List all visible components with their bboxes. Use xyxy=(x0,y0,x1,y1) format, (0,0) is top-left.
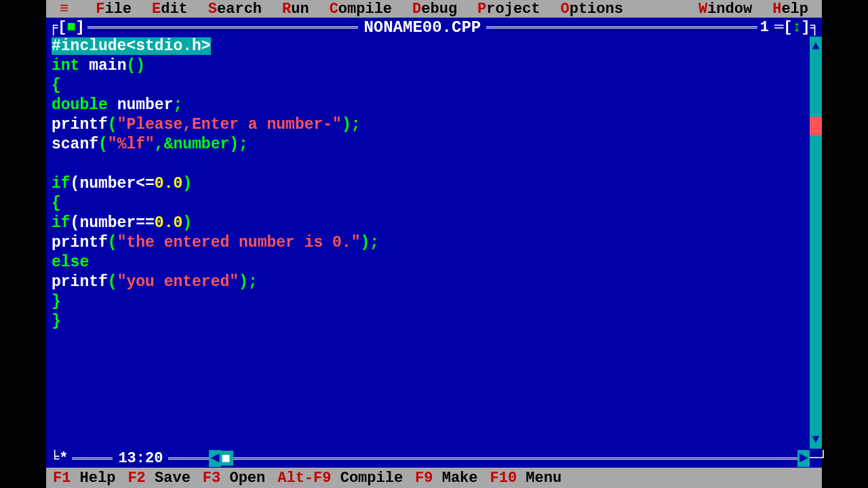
menubar: ≡ File Edit Search Run Compile Debug Pro… xyxy=(46,0,822,18)
status-save[interactable]: F2 Save xyxy=(127,470,190,487)
vertical-scrollbar[interactable]: ▲ ▼ xyxy=(810,37,822,449)
hscroll-right-icon[interactable]: ► xyxy=(797,450,810,467)
hscroll-thumb[interactable]: ■ xyxy=(221,451,233,466)
status-make[interactable]: F9 Make xyxy=(415,470,477,487)
scroll-up-icon[interactable]: ▲ xyxy=(810,37,822,56)
hscroll-left-icon[interactable]: ◄ xyxy=(209,450,221,467)
zoom-box-icon[interactable]: ═[↕]╕ xyxy=(772,19,822,36)
system-menu-icon[interactable]: ≡ xyxy=(60,1,68,18)
statusbar: F1 Help F2 Save F3 Open Alt-F9 Compile F… xyxy=(46,468,822,488)
editor-window: ╒[■] NONAME00.CPP 1 ═[↕]╕ #include<stdio… xyxy=(46,18,822,468)
menu-project[interactable]: Project xyxy=(477,1,540,18)
menu-debug[interactable]: Debug xyxy=(412,1,457,18)
status-menu[interactable]: F10 Menu xyxy=(490,470,562,487)
status-open[interactable]: F3 Open xyxy=(203,470,265,487)
window-titlebar: ╒[■] NONAME00.CPP 1 ═[↕]╕ xyxy=(46,18,822,37)
menu-edit[interactable]: Edit xyxy=(152,1,188,18)
menu-search[interactable]: Search xyxy=(208,1,262,18)
status-help[interactable]: F1 Help xyxy=(53,470,115,487)
menu-compile[interactable]: Compile xyxy=(330,1,392,18)
menu-help[interactable]: Help xyxy=(772,1,808,18)
close-box-icon[interactable]: ╒[■] xyxy=(46,19,87,36)
menu-file[interactable]: File xyxy=(96,1,132,18)
scroll-thumb[interactable] xyxy=(810,117,822,136)
menu-options[interactable]: Options xyxy=(561,1,623,18)
window-bottom-frame: ╘* 13:20 ◄ ■ ► ─┘ xyxy=(46,449,822,468)
scroll-down-icon[interactable]: ▼ xyxy=(810,430,822,449)
menu-window[interactable]: Window xyxy=(698,1,752,18)
status-compile[interactable]: Alt-F9 Compile xyxy=(277,470,403,487)
scroll-track[interactable] xyxy=(810,56,822,430)
ide-container: ≡ File Edit Search Run Compile Debug Pro… xyxy=(46,0,822,488)
resize-corner-icon[interactable]: ╘* xyxy=(46,450,72,467)
code-editor[interactable]: #include<stdio.h> int main() { double nu… xyxy=(52,37,810,449)
cursor-position: 13:20 xyxy=(113,450,168,467)
window-title: NONAME00.CPP xyxy=(358,18,486,37)
window-number: 1 xyxy=(757,19,772,36)
menu-run[interactable]: Run xyxy=(282,1,309,18)
